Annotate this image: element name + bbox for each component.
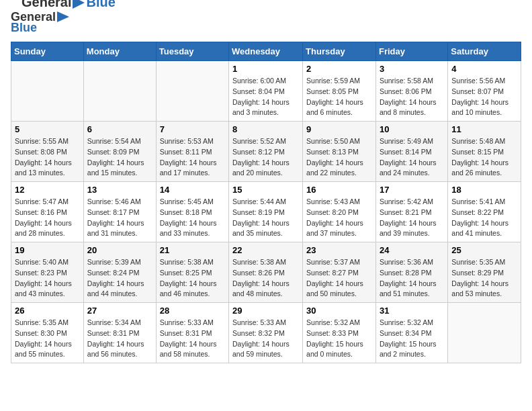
day-info: Sunrise: 5:54 AMSunset: 8:09 PMDaylight:…: [87, 136, 152, 179]
calendar-cell: 27Sunrise: 5:34 AMSunset: 8:31 PMDayligh…: [83, 303, 156, 363]
day-number: 16: [306, 185, 372, 195]
day-info: Sunrise: 5:40 AMSunset: 8:23 PMDaylight:…: [15, 257, 80, 300]
day-info: Sunrise: 5:33 AMSunset: 8:32 PMDaylight:…: [232, 318, 299, 360]
calendar-week-row: 19Sunrise: 5:40 AMSunset: 8:23 PMDayligh…: [11, 242, 521, 303]
calendar-cell: 13Sunrise: 5:46 AMSunset: 8:17 PMDayligh…: [83, 182, 156, 242]
weekday-header-friday: Friday: [375, 42, 447, 61]
day-number: 9: [306, 124, 372, 134]
day-info: Sunrise: 5:56 AMSunset: 8:07 PMDaylight:…: [451, 76, 517, 118]
calendar-cell: 19Sunrise: 5:40 AMSunset: 8:23 PMDayligh…: [11, 242, 84, 303]
day-info: Sunrise: 5:35 AMSunset: 8:29 PMDaylight:…: [451, 257, 517, 300]
logo-triangle-icon: [57, 11, 69, 22]
day-info: Sunrise: 5:58 AMSunset: 8:06 PMDaylight:…: [380, 76, 444, 118]
calendar-cell: [11, 61, 84, 122]
svg-marker-1: [73, 0, 85, 9]
calendar-cell: 3Sunrise: 5:58 AMSunset: 8:06 PMDaylight…: [375, 61, 447, 122]
calendar-week-row: 12Sunrise: 5:47 AMSunset: 8:16 PMDayligh…: [11, 182, 521, 242]
day-number: 18: [451, 185, 517, 195]
day-info: Sunrise: 5:34 AMSunset: 8:31 PMDaylight:…: [87, 318, 152, 360]
logo-blue: Blue: [86, 0, 115, 10]
logo-arrow-icon: [71, 0, 86, 10]
calendar-cell: 26Sunrise: 5:35 AMSunset: 8:30 PMDayligh…: [11, 303, 84, 363]
weekday-header-sunday: Sunday: [11, 42, 84, 61]
day-number: 25: [451, 245, 517, 255]
calendar-cell: 14Sunrise: 5:45 AMSunset: 8:18 PMDayligh…: [156, 182, 228, 242]
day-info: Sunrise: 5:37 AMSunset: 8:27 PMDaylight:…: [306, 257, 372, 300]
day-number: 2: [306, 64, 372, 74]
day-info: Sunrise: 5:33 AMSunset: 8:31 PMDaylight:…: [160, 318, 225, 360]
day-info: Sunrise: 5:43 AMSunset: 8:20 PMDaylight:…: [306, 197, 372, 239]
day-info: Sunrise: 5:32 AMSunset: 8:33 PMDaylight:…: [306, 318, 372, 360]
day-number: 31: [380, 306, 444, 316]
calendar-cell: 21Sunrise: 5:38 AMSunset: 8:25 PMDayligh…: [156, 242, 228, 303]
calendar-cell: 29Sunrise: 5:33 AMSunset: 8:32 PMDayligh…: [229, 303, 303, 363]
weekday-header-wednesday: Wednesday: [229, 42, 303, 61]
calendar-cell: 1Sunrise: 6:00 AMSunset: 8:04 PMDaylight…: [229, 61, 303, 122]
calendar-header-row: SundayMondayTuesdayWednesdayThursdayFrid…: [11, 42, 521, 61]
weekday-header-tuesday: Tuesday: [156, 42, 228, 61]
day-number: 22: [232, 245, 299, 255]
calendar-cell: 7Sunrise: 5:53 AMSunset: 8:11 PMDaylight…: [156, 122, 228, 182]
day-number: 17: [380, 185, 444, 195]
weekday-header-thursday: Thursday: [303, 42, 376, 61]
day-info: Sunrise: 5:47 AMSunset: 8:16 PMDaylight:…: [15, 197, 80, 239]
calendar-week-row: 5Sunrise: 5:55 AMSunset: 8:08 PMDaylight…: [11, 122, 521, 182]
calendar-cell: 24Sunrise: 5:36 AMSunset: 8:28 PMDayligh…: [375, 242, 447, 303]
day-info: Sunrise: 5:32 AMSunset: 8:34 PMDaylight:…: [380, 318, 444, 360]
calendar-cell: 18Sunrise: 5:41 AMSunset: 8:22 PMDayligh…: [448, 182, 521, 242]
page-header: General Blue: [11, 11, 521, 34]
logo: General Blue: [11, 11, 69, 34]
day-info: Sunrise: 5:35 AMSunset: 8:30 PMDaylight:…: [15, 318, 80, 360]
day-info: Sunrise: 5:50 AMSunset: 8:13 PMDaylight:…: [306, 136, 372, 179]
day-info: Sunrise: 5:44 AMSunset: 8:19 PMDaylight:…: [232, 197, 299, 239]
calendar-cell: 22Sunrise: 5:38 AMSunset: 8:26 PMDayligh…: [229, 242, 303, 303]
day-number: 1: [232, 64, 299, 74]
day-number: 30: [306, 306, 372, 316]
day-number: 7: [160, 124, 225, 134]
calendar-cell: 5Sunrise: 5:55 AMSunset: 8:08 PMDaylight…: [11, 122, 84, 182]
calendar-cell: 17Sunrise: 5:42 AMSunset: 8:21 PMDayligh…: [375, 182, 447, 242]
day-number: 28: [160, 306, 225, 316]
calendar-table: SundayMondayTuesdayWednesdayThursdayFrid…: [11, 42, 521, 363]
day-number: 3: [380, 64, 444, 74]
logo-general: General: [21, 0, 71, 10]
day-number: 24: [380, 245, 444, 255]
calendar-cell: 9Sunrise: 5:50 AMSunset: 8:13 PMDaylight…: [303, 122, 376, 182]
day-number: 13: [87, 185, 152, 195]
calendar-cell: 8Sunrise: 5:52 AMSunset: 8:12 PMDaylight…: [229, 122, 303, 182]
calendar-cell: 16Sunrise: 5:43 AMSunset: 8:20 PMDayligh…: [303, 182, 376, 242]
calendar-cell: 23Sunrise: 5:37 AMSunset: 8:27 PMDayligh…: [303, 242, 376, 303]
day-number: 19: [15, 245, 80, 255]
day-info: Sunrise: 5:45 AMSunset: 8:18 PMDaylight:…: [160, 197, 225, 239]
day-info: Sunrise: 5:36 AMSunset: 8:28 PMDaylight:…: [380, 257, 444, 300]
day-info: Sunrise: 5:52 AMSunset: 8:12 PMDaylight:…: [232, 136, 299, 179]
weekday-header-saturday: Saturday: [448, 42, 521, 61]
weekday-header-monday: Monday: [83, 42, 156, 61]
calendar-cell: 31Sunrise: 5:32 AMSunset: 8:34 PMDayligh…: [375, 303, 447, 363]
calendar-cell: 15Sunrise: 5:44 AMSunset: 8:19 PMDayligh…: [229, 182, 303, 242]
calendar-cell: 30Sunrise: 5:32 AMSunset: 8:33 PMDayligh…: [303, 303, 376, 363]
day-number: 10: [380, 124, 444, 134]
calendar-cell: 10Sunrise: 5:49 AMSunset: 8:14 PMDayligh…: [375, 122, 447, 182]
logo-blue-text: Blue: [11, 21, 69, 34]
calendar-cell: [448, 303, 521, 363]
calendar-cell: 12Sunrise: 5:47 AMSunset: 8:16 PMDayligh…: [11, 182, 84, 242]
calendar-cell: 4Sunrise: 5:56 AMSunset: 8:07 PMDaylight…: [448, 61, 521, 122]
calendar-cell: [83, 61, 156, 122]
day-info: Sunrise: 5:49 AMSunset: 8:14 PMDaylight:…: [380, 136, 444, 179]
day-info: Sunrise: 5:41 AMSunset: 8:22 PMDaylight:…: [451, 197, 517, 239]
calendar-cell: 25Sunrise: 5:35 AMSunset: 8:29 PMDayligh…: [448, 242, 521, 303]
day-info: Sunrise: 5:59 AMSunset: 8:05 PMDaylight:…: [306, 76, 372, 118]
day-info: Sunrise: 5:53 AMSunset: 8:11 PMDaylight:…: [160, 136, 225, 179]
day-number: 11: [451, 124, 517, 134]
calendar-cell: 6Sunrise: 5:54 AMSunset: 8:09 PMDaylight…: [83, 122, 156, 182]
day-number: 29: [232, 306, 299, 316]
calendar-week-row: 26Sunrise: 5:35 AMSunset: 8:30 PMDayligh…: [11, 303, 521, 363]
day-number: 12: [15, 185, 80, 195]
day-number: 23: [306, 245, 372, 255]
day-number: 27: [87, 306, 152, 316]
day-info: Sunrise: 5:55 AMSunset: 8:08 PMDaylight:…: [15, 136, 80, 179]
day-number: 8: [232, 124, 299, 134]
calendar-week-row: 1Sunrise: 6:00 AMSunset: 8:04 PMDaylight…: [11, 61, 521, 122]
day-info: Sunrise: 5:42 AMSunset: 8:21 PMDaylight:…: [380, 197, 444, 239]
